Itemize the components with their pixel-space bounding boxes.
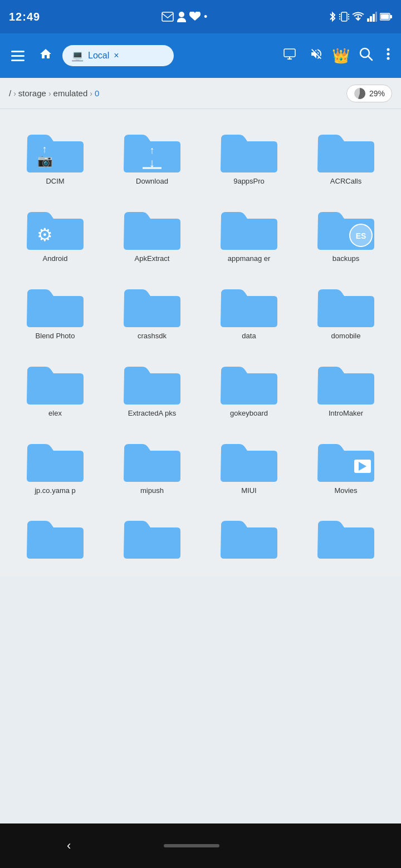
- svg-rect-14: [390, 15, 392, 18]
- file-item[interactable]: Movies: [300, 427, 392, 500]
- file-item[interactable]: mipush: [106, 427, 198, 500]
- svg-point-22: [387, 53, 390, 56]
- folder-icon: [25, 278, 86, 328]
- network-tab-button[interactable]: [278, 43, 301, 68]
- home-button[interactable]: [35, 43, 57, 68]
- folder-wrap: [25, 510, 86, 560]
- file-item[interactable]: [106, 504, 198, 568]
- menu-button[interactable]: [7, 46, 29, 66]
- file-item[interactable]: gokeyboard: [203, 350, 295, 423]
- back-button[interactable]: ‹: [67, 839, 71, 853]
- file-item[interactable]: ↑📷DCIM: [9, 118, 101, 191]
- person-icon: [177, 11, 186, 22]
- tab-close-button[interactable]: ×: [114, 51, 119, 61]
- folder-label: backups: [332, 254, 359, 264]
- folder-icon: ↑↓: [121, 124, 183, 174]
- file-item[interactable]: IntroMaker: [300, 350, 392, 423]
- folder-wrap: ↑📷: [25, 124, 86, 174]
- folder-icon: [218, 510, 280, 560]
- breadcrumb-0[interactable]: 0: [95, 88, 99, 98]
- file-item[interactable]: ESbackups: [300, 195, 392, 268]
- file-item[interactable]: Blend Photo: [9, 273, 101, 346]
- breadcrumb-root[interactable]: /: [9, 88, 11, 98]
- svg-rect-12: [375, 12, 377, 22]
- folder-label: Movies: [334, 486, 357, 496]
- folder-icon: ⚙: [25, 201, 86, 251]
- folder-label: elex: [48, 409, 62, 418]
- home-handle[interactable]: [164, 844, 219, 847]
- folder-wrap: [315, 278, 376, 328]
- file-item[interactable]: 9appsPro: [203, 118, 295, 191]
- file-item[interactable]: MIUI: [203, 427, 295, 500]
- signal-icon: [367, 12, 377, 22]
- folder-wrap: [121, 201, 183, 251]
- wifi-icon: [352, 11, 364, 22]
- file-item[interactable]: ⚙Android: [9, 195, 101, 268]
- file-item[interactable]: ACRCalls: [300, 118, 392, 191]
- folder-label: jp.co.yama p: [35, 486, 76, 496]
- folder-label: appmanag er: [228, 254, 271, 264]
- folder-label: ExtractedA pks: [128, 409, 177, 418]
- folder-wrap: ⚙: [25, 201, 86, 251]
- file-item[interactable]: appmanag er: [203, 195, 295, 268]
- folder-icon: [121, 510, 183, 560]
- file-item[interactable]: ExtractedA pks: [106, 350, 198, 423]
- breadcrumb-path: / › storage › emulated › 0: [9, 88, 346, 98]
- breadcrumb-storage[interactable]: storage: [18, 88, 46, 98]
- folder-icon: [121, 201, 183, 251]
- storage-percent: 29%: [369, 89, 385, 98]
- file-item[interactable]: [9, 504, 101, 568]
- folder-wrap: [121, 433, 183, 483]
- top-bar-right: 👑: [278, 42, 394, 69]
- bluetooth-icon: [329, 11, 336, 22]
- file-item[interactable]: ↑↓Download: [106, 118, 198, 191]
- file-item[interactable]: jp.co.yama p: [9, 427, 101, 500]
- breadcrumb-emulated[interactable]: emulated: [53, 88, 88, 98]
- folder-wrap: [25, 278, 86, 328]
- file-item[interactable]: data: [203, 273, 295, 346]
- folder-label: MIUI: [241, 486, 256, 496]
- folder-icon: ES: [315, 201, 376, 251]
- top-bar: 💻 Local × 👑: [0, 33, 401, 78]
- folder-label: domobile: [331, 332, 361, 341]
- local-tab-label: Local: [88, 51, 109, 61]
- file-item[interactable]: crashsdk: [106, 273, 198, 346]
- folder-wrap: [121, 278, 183, 328]
- folder-icon: [315, 433, 376, 483]
- file-item[interactable]: [300, 504, 392, 568]
- folder-wrap: [218, 510, 280, 560]
- folder-label: gokeyboard: [230, 409, 268, 418]
- svg-point-21: [387, 48, 390, 51]
- local-tab[interactable]: 💻 Local ×: [62, 45, 174, 66]
- dot-icon: •: [204, 11, 207, 23]
- folder-label: data: [242, 332, 256, 341]
- svg-rect-10: [370, 16, 372, 22]
- folder-icon: [315, 510, 376, 560]
- folder-wrap: [121, 510, 183, 560]
- svg-text:📷: 📷: [37, 153, 53, 168]
- heart-icon: [189, 12, 200, 22]
- folder-label: Download: [136, 177, 168, 186]
- mute-button[interactable]: [305, 43, 327, 68]
- crown-button[interactable]: 👑: [332, 47, 350, 65]
- breadcrumb: / › storage › emulated › 0 29%: [0, 78, 401, 109]
- folder-icon: [25, 510, 86, 560]
- folder-wrap: [218, 433, 280, 483]
- svg-rect-16: [284, 49, 295, 57]
- folder-wrap: ES: [315, 201, 376, 251]
- file-item[interactable]: elex: [9, 350, 101, 423]
- svg-text:↑: ↑: [42, 144, 47, 155]
- folder-icon: [218, 356, 280, 406]
- svg-line-20: [368, 56, 372, 60]
- search-button[interactable]: [354, 42, 378, 69]
- file-item[interactable]: [203, 504, 295, 568]
- file-item[interactable]: domobile: [300, 273, 392, 346]
- folder-icon: [121, 278, 183, 328]
- folder-label: IntroMaker: [329, 409, 363, 418]
- folder-wrap: [315, 510, 376, 560]
- more-button[interactable]: [382, 43, 394, 68]
- storage-badge[interactable]: 29%: [346, 85, 392, 102]
- svg-rect-15: [381, 14, 389, 19]
- folder-label: Blend Photo: [36, 332, 75, 341]
- file-item[interactable]: ApkExtract: [106, 195, 198, 268]
